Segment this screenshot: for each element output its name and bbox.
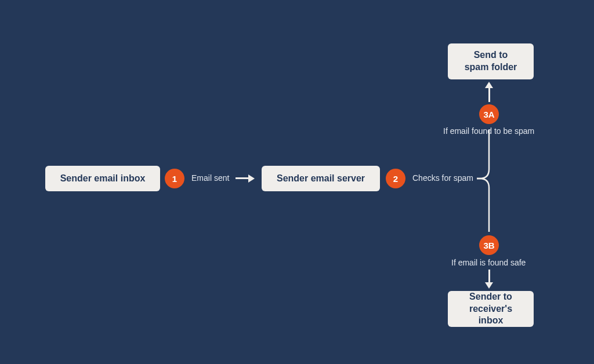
badge-step-1: 1 xyxy=(165,169,184,188)
box-spam-folder-label: Send to spam folder xyxy=(465,49,517,74)
label-email-sent: Email sent xyxy=(191,173,229,183)
box-spam-folder: Send to spam folder xyxy=(448,43,534,79)
diagram-container: Sender email inbox 1 Email sent Sender e… xyxy=(0,0,594,364)
arrow-3b-line xyxy=(488,270,490,282)
label-checks-spam: Checks for spam xyxy=(412,173,473,183)
box-receiver-inbox: Sender to receiver's inbox xyxy=(448,291,534,327)
arrow-3a-line xyxy=(488,88,490,102)
badge-step-3a: 3A xyxy=(479,104,499,124)
badge-step-2-num: 2 xyxy=(393,174,398,184)
box-sender-server: Sender email server xyxy=(262,166,380,191)
badge-step-2: 2 xyxy=(386,169,405,188)
arrow-1-head xyxy=(248,174,255,183)
arrow-3b-head xyxy=(485,282,493,289)
arrow-3a-head xyxy=(485,82,493,88)
box-sender-inbox: Sender email inbox xyxy=(45,166,160,191)
box-receiver-inbox-label: Sender to receiver's inbox xyxy=(457,291,524,327)
badge-step-3a-num: 3A xyxy=(483,110,494,119)
badge-step-1-num: 1 xyxy=(172,174,177,184)
box-sender-inbox-label: Sender email inbox xyxy=(60,173,146,185)
box-sender-server-label: Sender email server xyxy=(277,173,365,185)
badge-step-3b: 3B xyxy=(479,235,499,255)
badge-step-3b-num: 3B xyxy=(483,241,494,250)
label-3a: If email found to be spam xyxy=(443,126,534,136)
label-3b: If email is found safe xyxy=(451,258,526,267)
arrow-1-line xyxy=(236,177,248,179)
